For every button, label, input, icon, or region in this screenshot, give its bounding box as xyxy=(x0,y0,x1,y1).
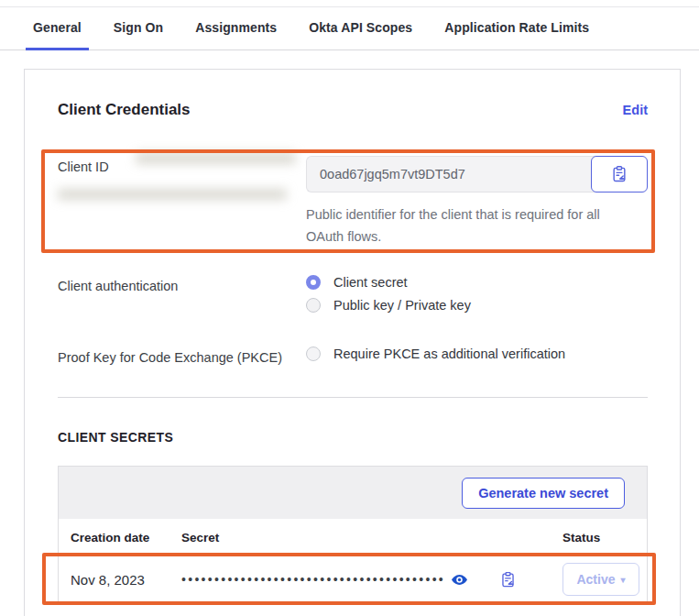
checkbox-unchecked-icon[interactable] xyxy=(306,346,321,361)
edit-link[interactable]: Edit xyxy=(623,103,648,117)
tab-application-rate-limits[interactable]: Application Rate Limits xyxy=(437,7,596,50)
creation-date-cell: Nov 8, 2023 xyxy=(71,572,181,588)
client-credentials-card: Client Credentials Edit Client ID 0oad67… xyxy=(24,69,681,616)
column-header-creation-date: Creation date xyxy=(71,531,181,544)
radio-option-client-secret[interactable]: Client secret xyxy=(306,275,648,290)
client-secrets-table: Generate new secret Creation date Secret… xyxy=(58,466,648,604)
section-title: Client Credentials xyxy=(58,101,191,119)
copy-client-id-button[interactable] xyxy=(591,156,648,192)
redaction-blur xyxy=(58,189,287,200)
client-authentication-row: Client authentication Client secret Publ… xyxy=(58,275,648,321)
secret-cell: •••••••••••••••••••••••••••••••••••••••• xyxy=(181,571,562,588)
radio-option-public-private-key[interactable]: Public key / Private key xyxy=(306,298,648,313)
tab-okta-api-scopes[interactable]: Okta API Scopes xyxy=(301,7,420,50)
client-secrets-heading: CLIENT SECRETS xyxy=(58,430,648,445)
tab-general[interactable]: General xyxy=(26,7,89,50)
table-header-row: Creation date Secret Status xyxy=(59,519,647,556)
column-header-status: Status xyxy=(562,531,647,544)
client-id-value-field[interactable]: 0oad67jgq5m7vt9DT5d7 xyxy=(306,156,595,192)
column-header-secret: Secret xyxy=(181,531,562,544)
status-label: Active xyxy=(576,572,615,587)
section-divider xyxy=(58,397,648,398)
status-cell: Active ▾ xyxy=(562,563,647,596)
client-id-label: Client ID xyxy=(58,156,306,248)
app-tabbar: General Sign On Assignments Okta API Sco… xyxy=(0,7,699,50)
table-toolbar: Generate new secret xyxy=(59,467,647,519)
caret-down-icon: ▾ xyxy=(621,575,626,585)
clipboard-copy-icon xyxy=(610,165,628,183)
pkce-option-label: Require PKCE as additional verification xyxy=(333,346,565,361)
tab-sign-on[interactable]: Sign On xyxy=(106,7,170,50)
radio-option-label: Client secret xyxy=(333,275,408,290)
client-id-help-text: Public identifier for the client that is… xyxy=(306,204,622,248)
status-dropdown-button[interactable]: Active ▾ xyxy=(562,563,639,596)
pkce-checkbox-option[interactable]: Require PKCE as additional verification xyxy=(306,346,648,361)
clipboard-copy-icon xyxy=(499,571,517,588)
tab-assignments[interactable]: Assignments xyxy=(188,7,284,50)
radio-selected-icon[interactable] xyxy=(306,275,321,290)
redaction-blur xyxy=(136,152,296,164)
client-authentication-label: Client authentication xyxy=(58,275,306,321)
page-top-divider xyxy=(0,0,699,7)
masked-secret-value: •••••••••••••••••••••••••••••••••••••••• xyxy=(181,572,445,587)
eye-icon xyxy=(451,571,468,588)
client-id-row: Client ID 0oad67jgq5m7vt9DT5d7 xyxy=(58,156,648,248)
radio-option-label: Public key / Private key xyxy=(333,298,471,313)
reveal-secret-button[interactable] xyxy=(451,571,468,588)
copy-secret-button[interactable] xyxy=(499,571,517,588)
pkce-label: Proof Key for Code Exchange (PKCE) xyxy=(58,346,306,369)
radio-unselected-icon[interactable] xyxy=(306,298,321,313)
generate-new-secret-button[interactable]: Generate new secret xyxy=(462,478,625,509)
pkce-row: Proof Key for Code Exchange (PKCE) Requi… xyxy=(58,346,648,369)
card-header: Client Credentials Edit xyxy=(58,101,648,119)
table-row: Nov 8, 2023 ••••••••••••••••••••••••••••… xyxy=(59,556,647,603)
